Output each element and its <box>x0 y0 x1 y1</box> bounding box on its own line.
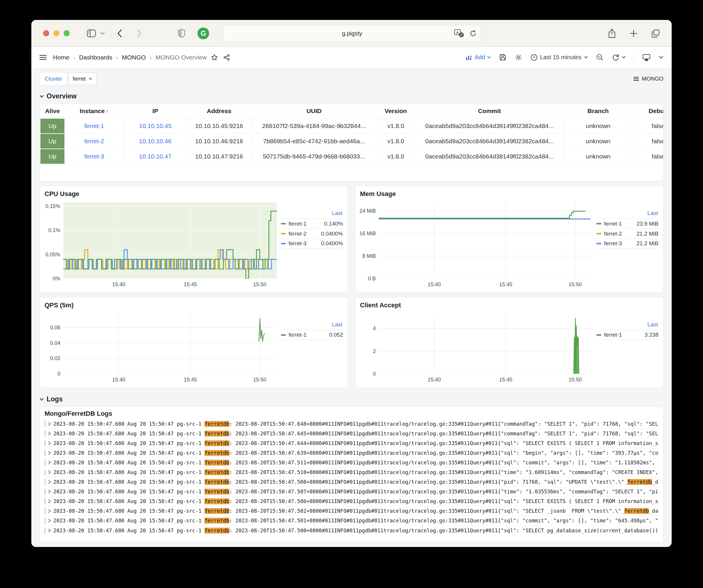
refresh-control[interactable] <box>612 54 626 61</box>
logs-section-header[interactable]: Logs <box>40 395 663 403</box>
plot-area[interactable] <box>63 203 277 279</box>
chart-body: 02415:4015:4515:50Lastferret-13.238 <box>360 314 658 384</box>
share-icon[interactable] <box>608 28 616 39</box>
expand-chevron-icon[interactable] <box>48 451 51 455</box>
legend-series-name[interactable]: ferret-1 <box>604 221 622 227</box>
new-tab-icon[interactable] <box>629 29 638 38</box>
sidebar-chevron-icon[interactable] <box>100 32 105 35</box>
breadcrumb-mongo[interactable]: MONGO <box>122 54 146 61</box>
cell-ip[interactable]: 10.10.10.45 <box>123 118 187 134</box>
column-header-address[interactable]: Address <box>187 104 251 118</box>
forward-button[interactable] <box>137 29 142 38</box>
translate-icon[interactable]: A <box>454 29 465 38</box>
star-icon[interactable] <box>211 54 218 61</box>
chart-title[interactable]: QPS (5m) <box>45 301 343 309</box>
chart-title[interactable]: Client Accept <box>360 301 658 309</box>
chart-title[interactable]: CPU Usage <box>45 190 343 198</box>
cell-instance[interactable]: ferret-1 <box>65 118 123 134</box>
column-header-alive[interactable]: Alive <box>40 104 65 118</box>
chart-title[interactable]: Mem Usage <box>360 190 658 198</box>
log-row[interactable]: 2023-08-20 15:50:47.680 Aug 20 15:50:47 … <box>45 487 658 497</box>
back-button[interactable] <box>117 29 122 38</box>
expand-chevron-icon[interactable] <box>48 422 51 426</box>
log-row[interactable]: 2023-08-20 15:50:47.680 Aug 20 15:50:47 … <box>45 516 658 526</box>
tab-overview-icon[interactable] <box>651 29 660 38</box>
expand-chevron-icon[interactable] <box>48 528 51 533</box>
overview-section-header[interactable]: Overview <box>40 92 663 100</box>
table-header-row: AliveInstance↑IPAddressUUIDVersionCommit… <box>40 104 663 118</box>
log-row[interactable]: 2023-08-20 15:50:47.680 Aug 20 15:50:47 … <box>45 467 658 477</box>
privacy-shield-icon[interactable] <box>178 29 185 38</box>
log-row[interactable]: 2023-08-20 15:50:47.680 Aug 20 15:50:47 … <box>45 429 658 439</box>
log-row[interactable]: 2023-08-20 15:50:47.680 Aug 20 15:50:47 … <box>45 439 658 448</box>
log-row[interactable]: 2023-08-20 15:50:47.680 Aug 20 15:50:47 … <box>45 419 658 429</box>
dashboard-settings-icon[interactable] <box>515 54 522 61</box>
plot-area[interactable] <box>379 203 592 279</box>
close-window-button[interactable] <box>43 30 49 36</box>
zoom-window-button[interactable] <box>64 30 70 36</box>
log-row[interactable]: 2023-08-20 15:50:47.680 Aug 20 15:50:47 … <box>45 448 658 458</box>
cell-instance[interactable]: ferret-2 <box>65 134 123 149</box>
legend-last-header[interactable]: Last <box>597 321 658 328</box>
legend-series-name[interactable]: ferret-2 <box>289 231 306 237</box>
expand-chevron-icon[interactable] <box>48 509 51 513</box>
log-row[interactable]: 2023-08-20 15:50:47.680 Aug 20 15:50:47 … <box>45 458 658 467</box>
legend-last-header[interactable]: Last <box>281 210 343 217</box>
legend-last-header[interactable]: Last <box>597 210 658 217</box>
cluster-variable-select[interactable]: ferret <box>68 73 96 85</box>
legend-series-name[interactable]: ferret-1 <box>604 332 622 338</box>
address-bar[interactable]: g.pigsty A <box>223 25 481 42</box>
legend-series-name[interactable]: ferret-1 <box>289 221 306 227</box>
nav-collapse-chevron-icon[interactable] <box>659 56 663 59</box>
log-row[interactable]: 2023-08-20 15:50:47.680 Aug 20 15:50:47 … <box>45 477 658 487</box>
expand-chevron-icon[interactable] <box>48 432 51 436</box>
kiosk-mode-icon[interactable] <box>642 54 650 61</box>
plot-area[interactable] <box>379 314 592 374</box>
expand-chevron-icon[interactable] <box>48 441 51 445</box>
column-header-uuid[interactable]: UUID <box>251 104 377 118</box>
time-range-label: Last 15 minutes <box>540 54 581 61</box>
expand-chevron-icon[interactable] <box>48 460 51 465</box>
expand-chevron-icon[interactable] <box>48 470 51 474</box>
logs-panel-title[interactable]: Mongo/FerretDB Logs <box>45 410 658 418</box>
legend-last-header[interactable]: Last <box>281 321 343 328</box>
expand-chevron-icon[interactable] <box>48 519 51 523</box>
cell-ip[interactable]: 10.10.10.47 <box>123 149 187 164</box>
minimize-window-button[interactable] <box>53 30 60 36</box>
breadcrumb-home[interactable]: Home <box>53 54 69 61</box>
legend-series-name[interactable]: ferret-2 <box>604 231 622 237</box>
log-row[interactable]: 2023-08-20 15:50:47.680 Aug 20 15:50:47 … <box>45 497 658 506</box>
expand-chevron-icon[interactable] <box>48 499 51 503</box>
menu-icon[interactable] <box>40 55 47 60</box>
expand-chevron-icon[interactable] <box>48 490 51 494</box>
plot-area[interactable] <box>63 314 277 374</box>
x-tick-label: 15:50 <box>568 377 582 383</box>
y-axis-labels: 0%0.05%0.1%0.15% <box>45 203 63 279</box>
share-dashboard-icon[interactable] <box>223 54 230 61</box>
breadcrumb-dashboards[interactable]: Dashboards <box>79 54 112 61</box>
add-button[interactable]: Add <box>465 54 491 61</box>
grammarly-extension-icon[interactable]: G <box>197 27 210 40</box>
expand-chevron-icon[interactable] <box>48 480 51 484</box>
column-header-debug[interactable]: Debug <box>632 104 663 118</box>
cell-instance[interactable]: ferret-3 <box>65 149 123 164</box>
save-dashboard-icon[interactable] <box>499 54 506 61</box>
reload-icon[interactable] <box>469 29 477 37</box>
column-header-commit[interactable]: Commit <box>414 104 564 118</box>
log-row[interactable]: 2023-08-20 15:50:47.680 Aug 20 15:50:47 … <box>45 526 658 535</box>
column-header-ip[interactable]: IP <box>123 104 187 118</box>
column-header-version[interactable]: Version <box>377 104 414 118</box>
mongo-menu-button[interactable]: MONGO <box>633 76 663 82</box>
cell-ip[interactable]: 10.10.10.46 <box>123 134 187 149</box>
sidebar-icon[interactable] <box>87 29 96 38</box>
legend-series-name[interactable]: ferret-1 <box>289 332 306 338</box>
zoom-out-time-icon[interactable] <box>596 54 604 61</box>
legend-series-name[interactable]: ferret-3 <box>289 240 306 247</box>
time-range-picker[interactable]: Last 15 minutes <box>531 54 588 61</box>
log-row[interactable]: 2023-08-20 15:50:47.680 Aug 20 15:50:47 … <box>45 506 658 516</box>
column-header-instance[interactable]: Instance↑ <box>65 104 123 118</box>
y-axis-labels: 0 B8 MiB16 MiB24 MiB <box>360 203 379 279</box>
legend-series-name[interactable]: ferret-3 <box>604 240 622 247</box>
column-header-branch[interactable]: Branch <box>564 104 632 118</box>
cell-alive: Up <box>40 149 65 164</box>
